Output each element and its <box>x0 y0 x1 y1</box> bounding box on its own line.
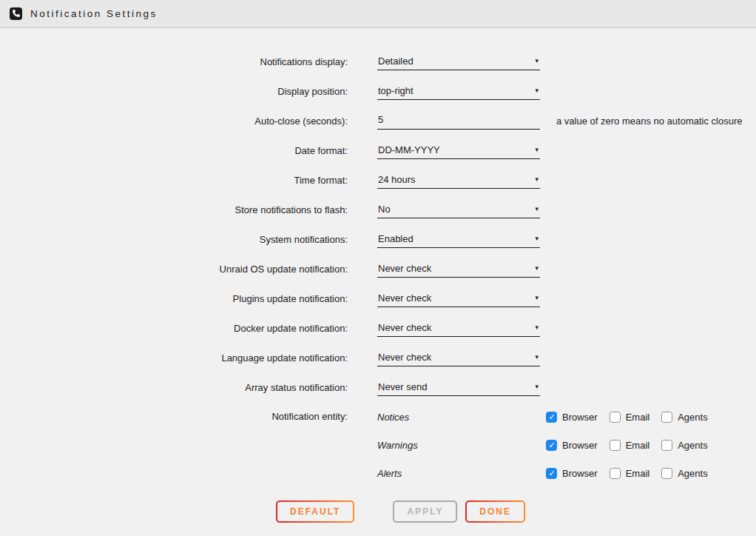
time-format-select[interactable]: 24 hours ▾ <box>377 166 540 189</box>
checkbox-icon[interactable] <box>610 440 621 451</box>
row-language-update-notification: Language update notification: Never chec… <box>0 344 756 373</box>
row-plugins-update-notification: Plugins update notification: Never check… <box>0 284 756 314</box>
entity-name-alerts: Alerts <box>377 468 546 479</box>
alerts-agents-checkbox[interactable]: Agents <box>661 468 707 479</box>
selected-value: 24 hours <box>378 174 416 185</box>
row-store-to-flash: Store notifications to flash: No ▾ <box>0 195 756 225</box>
notices-email-checkbox[interactable]: Email <box>610 412 650 423</box>
field-label: Date format: <box>0 136 348 156</box>
default-button-label: DEFAULT <box>277 502 353 521</box>
chevron-down-icon: ▾ <box>535 352 539 362</box>
selected-value: Never send <box>378 381 427 392</box>
row-system-notifications: System notifications: Enabled ▾ <box>0 225 756 255</box>
chevron-down-icon: ▾ <box>535 204 539 214</box>
checkbox-icon[interactable] <box>610 468 621 479</box>
selected-value: top-right <box>378 85 414 96</box>
checkbox-icon[interactable] <box>661 440 672 451</box>
selected-value: Never check <box>378 263 431 274</box>
notices-agents-checkbox[interactable]: Agents <box>661 412 707 423</box>
alerts-browser-checkbox[interactable]: Browser <box>546 468 598 479</box>
button-bar: DEFAULT APPLY DONE <box>276 500 756 523</box>
language-update-select[interactable]: Never check ▾ <box>377 344 540 366</box>
entity-name-warnings: Warnings <box>377 440 546 451</box>
entity-row-notices: Notification entity: Notices Browser Ema… <box>0 403 756 431</box>
warnings-email-checkbox[interactable]: Email <box>610 440 650 451</box>
plugins-update-select[interactable]: Never check ▾ <box>377 284 540 307</box>
field-label: System notifications: <box>0 225 348 245</box>
page-header: Notification Settings <box>0 0 756 28</box>
checkbox-icon[interactable] <box>661 468 672 479</box>
field-label: Unraid OS update notification: <box>0 255 348 275</box>
array-status-select[interactable]: Never send ▾ <box>377 373 540 396</box>
chevron-down-icon: ▾ <box>535 264 539 273</box>
chevron-down-icon: ▾ <box>535 234 539 244</box>
checkbox-label: Email <box>626 468 650 479</box>
checkbox-label: Browser <box>562 468 598 479</box>
chevron-down-icon: ▾ <box>535 86 539 96</box>
row-date-format: Date format: DD-MM-YYYY ▾ <box>0 136 756 166</box>
checkbox-checked-icon[interactable] <box>546 440 557 451</box>
field-label: Display position: <box>0 77 348 97</box>
entity-row-alerts: Alerts Browser Email Agents <box>0 459 756 487</box>
auto-close-help-text: a value of zero means no automatic closu… <box>556 107 742 127</box>
checkbox-label: Email <box>626 440 650 451</box>
row-docker-update-notification: Docker update notification: Never check … <box>0 314 756 344</box>
phone-icon <box>10 7 22 20</box>
selected-value: Detailed <box>378 56 414 67</box>
chevron-down-icon: ▾ <box>535 382 539 392</box>
checkbox-label: Email <box>626 412 650 423</box>
date-format-select[interactable]: DD-MM-YYYY ▾ <box>377 136 540 159</box>
warnings-browser-checkbox[interactable]: Browser <box>546 440 598 451</box>
selected-value: Never check <box>378 352 431 363</box>
chevron-down-icon: ▾ <box>535 293 539 303</box>
checkbox-label: Agents <box>678 412 707 423</box>
display-position-select[interactable]: top-right ▾ <box>377 77 540 100</box>
checkbox-icon[interactable] <box>610 412 621 423</box>
done-button[interactable]: DONE <box>465 500 525 523</box>
selected-value: Enabled <box>378 233 414 244</box>
field-label: Plugins update notification: <box>0 284 348 304</box>
checkbox-icon[interactable] <box>661 412 672 423</box>
checkbox-group: Browser Email Agents <box>546 412 720 423</box>
notification-settings-form: Notifications display: Detailed ▾ Displa… <box>0 28 756 523</box>
field-label: Store notifications to flash: <box>0 195 348 215</box>
checkbox-group: Browser Email Agents <box>546 468 720 479</box>
row-os-update-notification: Unraid OS update notification: Never che… <box>0 255 756 284</box>
checkbox-checked-icon[interactable] <box>546 468 557 479</box>
field-label: Array status notification: <box>0 373 348 393</box>
apply-button[interactable]: APPLY <box>393 500 457 523</box>
auto-close-input[interactable] <box>378 114 526 125</box>
field-label: Language update notification: <box>0 344 348 364</box>
store-to-flash-select[interactable]: No ▾ <box>377 195 540 218</box>
selected-value: DD-MM-YYYY <box>378 144 440 155</box>
default-button[interactable]: DEFAULT <box>276 500 354 523</box>
chevron-down-icon: ▾ <box>535 175 539 184</box>
entity-row-warnings: Warnings Browser Email Agents <box>0 431 756 459</box>
row-array-status-notification: Array status notification: Never send ▾ <box>0 373 756 403</box>
field-label: Docker update notification: <box>0 314 348 334</box>
notices-browser-checkbox[interactable]: Browser <box>546 412 598 423</box>
page-title: Notification Settings <box>30 8 158 19</box>
checkbox-label: Browser <box>562 412 598 423</box>
field-label: Notification entity: <box>0 403 348 431</box>
checkbox-group: Browser Email Agents <box>546 440 720 451</box>
field-label: Notifications display: <box>0 47 348 67</box>
row-display-position: Display position: top-right ▾ <box>0 77 756 107</box>
system-notifications-select[interactable]: Enabled ▾ <box>377 225 540 248</box>
entity-name-notices: Notices <box>377 412 546 423</box>
selected-value: Never check <box>378 322 431 333</box>
selected-value: Never check <box>378 292 431 304</box>
os-update-select[interactable]: Never check ▾ <box>377 255 540 278</box>
chevron-down-icon: ▾ <box>535 56 539 66</box>
field-label: Time format: <box>0 166 348 186</box>
selected-value: No <box>378 204 391 215</box>
auto-close-field[interactable] <box>377 107 540 130</box>
row-notifications-display: Notifications display: Detailed ▾ <box>0 47 756 77</box>
alerts-email-checkbox[interactable]: Email <box>610 468 650 479</box>
docker-update-select[interactable]: Never check ▾ <box>377 314 540 337</box>
checkbox-checked-icon[interactable] <box>546 412 557 423</box>
notifications-display-select[interactable]: Detailed ▾ <box>377 47 540 70</box>
field-label: Auto-close (seconds): <box>0 107 348 127</box>
checkbox-label: Browser <box>562 440 598 451</box>
warnings-agents-checkbox[interactable]: Agents <box>661 440 707 451</box>
